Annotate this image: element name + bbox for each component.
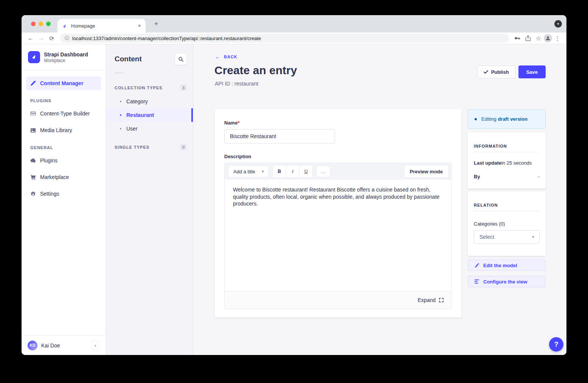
- sidebar-footer: KD Kai Doe ‹: [22, 335, 105, 355]
- user-name: Kai Doe: [41, 343, 87, 349]
- browser-tab[interactable]: Homepage ×: [57, 19, 146, 33]
- gear-icon: [30, 191, 36, 197]
- collection-type-user[interactable]: User: [106, 122, 193, 135]
- chevron-down-icon: ▾: [532, 235, 534, 239]
- check-icon: [484, 70, 488, 74]
- required-asterisk: *: [237, 120, 239, 126]
- sidebar-item-marketplace[interactable]: Marketplace: [26, 170, 101, 184]
- url-bar[interactable]: ⓘ localhost:1337/admin/content-manager/c…: [60, 34, 509, 43]
- expand-icon: [439, 298, 444, 302]
- password-key-icon[interactable]: [512, 33, 523, 44]
- edit-model-button[interactable]: Edit the model: [468, 260, 546, 271]
- puzzle-icon: [30, 158, 36, 163]
- title-style-label: Add a title: [233, 169, 255, 174]
- title-style-select[interactable]: Add a title ▾: [228, 165, 269, 177]
- brand-text: Strapi Dashboard Workplace: [44, 51, 88, 63]
- window-controls: [31, 22, 51, 26]
- sidebar-item-content-manager[interactable]: Content Manager: [26, 76, 101, 90]
- save-button[interactable]: Save: [518, 65, 546, 78]
- brand-block[interactable]: Strapi Dashboard Workplace: [22, 44, 105, 70]
- browser-update-icon[interactable]: ▾: [554, 20, 562, 28]
- collection-type-label: Category: [126, 98, 148, 104]
- information-header: INFORMATION: [474, 144, 540, 148]
- content-subnav: Content COLLECTION TYPES 3 Category: [106, 44, 193, 355]
- subnav-title: Content: [115, 55, 142, 63]
- underline-button[interactable]: U: [299, 165, 312, 177]
- collection-types-header: COLLECTION TYPES: [115, 86, 163, 90]
- forward-icon[interactable]: →: [36, 33, 47, 44]
- tab-close-icon[interactable]: ×: [138, 23, 141, 29]
- more-formats-button[interactable]: ...: [316, 165, 330, 177]
- configure-view-label: Configure the view: [483, 279, 527, 285]
- description-editor: Add a title ▾ B I U ... Preview mode: [224, 163, 451, 309]
- collection-types-count: 3: [180, 84, 187, 91]
- main-sidebar: Strapi Dashboard Workplace Content Manag…: [22, 44, 106, 355]
- maximize-window-button[interactable]: [46, 22, 51, 26]
- relation-card: RELATION Categories (0) Select ▾: [468, 192, 546, 256]
- url-text: localhost:1337/admin/content-manager/col…: [72, 36, 261, 41]
- site-info-icon[interactable]: ⓘ: [65, 35, 69, 42]
- main-content: ← BACK Create an entry API ID : restaura…: [193, 44, 566, 355]
- bookmark-star-icon[interactable]: ☆: [533, 33, 544, 44]
- collection-type-category[interactable]: Category: [106, 95, 193, 108]
- bold-button[interactable]: B: [273, 165, 286, 177]
- help-button[interactable]: ?: [549, 337, 563, 352]
- sidebar-section-header: GENERAL: [30, 145, 97, 150]
- configure-lines-icon: [475, 279, 479, 284]
- search-button[interactable]: [175, 53, 187, 65]
- sidebar-section-header: PLUGINS: [30, 98, 97, 103]
- strapi-app: Strapi Dashboard Workplace Content Manag…: [22, 44, 566, 355]
- back-icon[interactable]: ←: [25, 33, 36, 44]
- back-link[interactable]: ← BACK: [215, 54, 237, 60]
- preview-mode-button[interactable]: Preview mode: [404, 165, 449, 178]
- configure-view-button[interactable]: Configure the view: [468, 276, 546, 287]
- name-input[interactable]: [224, 129, 335, 143]
- italic-button[interactable]: I: [286, 165, 299, 177]
- bullet-icon: [120, 101, 121, 102]
- header-actions: Publish Save: [477, 65, 546, 78]
- user-avatar[interactable]: KD: [28, 341, 37, 350]
- editor-content-area[interactable]: Welcome to Biscotte restaurant! Restaura…: [225, 180, 451, 291]
- sidebar-item-content-type-builder[interactable]: Content-Type Builder: [26, 107, 101, 120]
- new-tab-button[interactable]: +: [151, 19, 161, 29]
- chevron-down-icon: ▾: [262, 170, 264, 173]
- categories-select[interactable]: Select ▾: [474, 230, 540, 244]
- minimize-window-button[interactable]: [39, 22, 43, 26]
- browser-navbar: ← → ⟳ ⓘ localhost:1337/admin/content-man…: [22, 33, 566, 44]
- sidebar-item-media-library[interactable]: Media Library: [26, 123, 101, 137]
- collection-type-restaurant[interactable]: Restaurant: [106, 108, 193, 122]
- publish-label: Publish: [491, 69, 509, 75]
- browser-tab-strip: Homepage × + ▾: [22, 15, 566, 33]
- sidebar-nav: Content Manager PLUGINS Content-Type Bui…: [22, 70, 105, 204]
- cart-icon: [30, 174, 36, 180]
- collection-type-label: User: [126, 126, 138, 132]
- share-icon[interactable]: [523, 33, 533, 44]
- brand-title: Strapi Dashboard: [44, 51, 88, 58]
- sidebar-item-settings[interactable]: Settings: [26, 187, 101, 201]
- publish-button[interactable]: Publish: [477, 65, 515, 78]
- categories-field-label: Categories (0): [474, 221, 540, 227]
- relation-header: RELATION: [474, 203, 540, 207]
- browser-menu-icon[interactable]: ⋮: [552, 33, 563, 44]
- editor-toolbar: Add a title ▾ B I U ... Preview mode: [225, 163, 451, 180]
- browser-window: Homepage × + ▾ ← → ⟳ ⓘ localhost:1337/ad…: [22, 15, 566, 355]
- collection-types-list: Category Restaurant User: [106, 95, 193, 135]
- page-title: Create an entry: [214, 64, 297, 77]
- sidebar-item-plugins[interactable]: Plugins: [26, 154, 101, 167]
- sidebar-item-label: Media Library: [40, 127, 72, 133]
- name-field-label: Name*: [224, 120, 452, 126]
- close-window-button[interactable]: [31, 22, 36, 26]
- sidebar-item-label: Marketplace: [40, 174, 69, 180]
- browser-profile-avatar[interactable]: [544, 34, 552, 42]
- bullet-icon: [120, 128, 121, 129]
- search-icon: [178, 57, 183, 62]
- text-format-group: B I U: [272, 165, 313, 178]
- sidebar-collapse-button[interactable]: ‹: [91, 341, 99, 350]
- bullet-icon: [120, 114, 121, 116]
- entry-form-card: Name* Description Add a title ▾ B I: [215, 109, 461, 318]
- editor-expand-button[interactable]: Expand: [225, 291, 451, 309]
- last-update-row: Last update in 25 seconds: [474, 160, 540, 166]
- status-dot-icon: [475, 118, 477, 120]
- entry-aside: Editing draft version INFORMATION Last u…: [468, 109, 546, 318]
- reload-icon[interactable]: ⟳: [47, 33, 57, 44]
